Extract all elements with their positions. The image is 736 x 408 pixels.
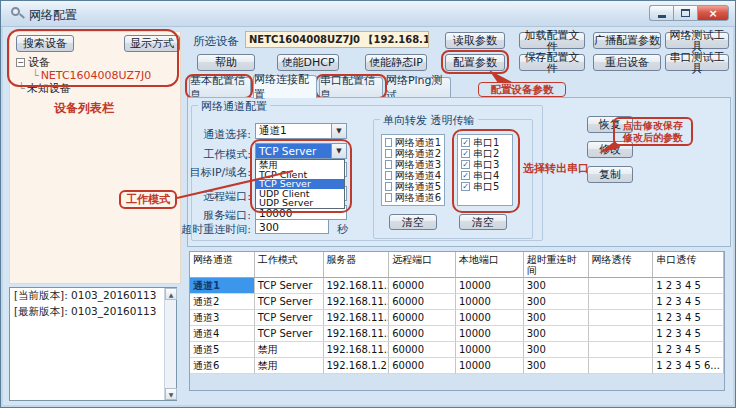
minimize-button[interactable] [649, 5, 673, 21]
table-cell[interactable] [589, 294, 654, 310]
checkbox-icon[interactable] [385, 182, 392, 191]
table-cell[interactable] [589, 358, 654, 374]
search-device-button[interactable]: 搜索设备 [16, 35, 74, 52]
table-cell[interactable]: TCP Server [255, 294, 324, 310]
table-cell[interactable]: 1 2 3 4 5 6... [653, 358, 724, 374]
table-cell[interactable]: 1 2 3 4 5 [653, 342, 724, 358]
tree-node-unknown[interactable]: └ 未知设备 [16, 82, 151, 94]
table-cell[interactable]: 1 2 3 4 5 [653, 310, 724, 326]
table-cell[interactable]: 300 [524, 326, 589, 342]
tab-1[interactable]: 网络连接配置 [253, 75, 317, 98]
table-cell[interactable]: 通道1 [190, 278, 255, 294]
clear-channels-button[interactable]: 清空 [389, 214, 437, 230]
table-cell[interactable]: 禁用 [255, 342, 324, 358]
restart-device-button[interactable]: 重启设备 [593, 54, 661, 71]
table-cell[interactable]: 60000 [389, 358, 456, 374]
table-cell[interactable]: 10000 [456, 358, 524, 374]
scroll-down-icon[interactable]: ▼ [165, 388, 177, 400]
table-cell[interactable]: 1 2 3 4 5 [653, 278, 724, 294]
channel-table[interactable]: 网络通道工作模式服务器远程端口本地端口超时重连时间网络透传串口透传 通道1TCP… [189, 251, 725, 391]
table-cell[interactable]: 10000 [456, 294, 524, 310]
table-row[interactable]: 通道6禁用192.168.1.260000100003001 2 3 4 5 6… [190, 358, 724, 374]
checkbox-icon[interactable] [385, 160, 392, 169]
table-cell[interactable]: 300 [524, 358, 589, 374]
checkbox-icon[interactable]: ✓ [461, 182, 470, 191]
tab-0[interactable]: 基本配置信息 [189, 77, 251, 98]
read-params-button[interactable]: 读取参数 [445, 32, 505, 49]
table-cell[interactable]: 60000 [389, 326, 456, 342]
tab-3[interactable]: 网络Ping测试 [385, 77, 451, 98]
table-cell[interactable] [589, 278, 654, 294]
table-cell[interactable]: 192.168.11.31 [324, 278, 390, 294]
table-header-cell[interactable]: 网络透传 [589, 252, 654, 278]
table-cell[interactable]: 1 2 3 4 5 [653, 294, 724, 310]
enable-static-ip-button[interactable]: 使能静态IP [365, 54, 427, 71]
enable-dhcp-button[interactable]: 使能DHCP [277, 54, 339, 71]
table-cell[interactable]: TCP Server [255, 326, 324, 342]
display-mode-button[interactable]: 显示方式 [124, 35, 180, 52]
table-cell[interactable]: 192.168.11.31 [324, 294, 390, 310]
table-cell[interactable] [589, 326, 654, 342]
network-test-tool-button[interactable]: 网络测试工具 [665, 32, 729, 49]
table-cell[interactable]: 1 2 3 4 5 [653, 326, 724, 342]
work-mode-combo[interactable]: TCP Server ▼ [255, 143, 347, 159]
clear-serials-button[interactable]: 清空 [459, 214, 507, 230]
table-row[interactable]: 通道3TCP Server192.168.11.3160000100003001… [190, 310, 724, 326]
table-cell[interactable]: 300 [524, 278, 589, 294]
table-header-cell[interactable]: 本地端口 [456, 252, 524, 278]
load-config-button[interactable]: 加载配置文件 [519, 32, 585, 49]
chevron-down-icon[interactable]: ▼ [331, 144, 346, 158]
table-cell[interactable]: 60000 [389, 278, 456, 294]
table-cell[interactable]: 60000 [389, 310, 456, 326]
table-cell[interactable] [589, 310, 654, 326]
table-header-cell[interactable]: 超时重连时间 [524, 252, 589, 278]
table-cell[interactable]: TCP Server [255, 278, 324, 294]
version-listbox[interactable]: [当前版本]: 0103_20160113[最新版本]: 0103_201601… [9, 287, 177, 401]
tree-node-root[interactable]: − 设备 [16, 56, 151, 68]
table-header-cell[interactable]: 网络通道 [190, 252, 255, 278]
chevron-down-icon[interactable]: ▼ [331, 124, 346, 138]
table-header-cell[interactable]: 串口透传 [653, 252, 724, 278]
broadcast-params-button[interactable]: 广播配置参数 [593, 32, 661, 49]
table-cell[interactable]: 通道3 [190, 310, 255, 326]
channel-select-combo[interactable]: 通道1 ▼ [255, 123, 347, 139]
table-cell[interactable]: 10000 [456, 326, 524, 342]
tree-node-device[interactable]: └ NETC1604008UZ7J0 [16, 69, 151, 81]
table-header-cell[interactable]: 服务器 [324, 252, 390, 278]
table-row[interactable]: 通道1TCP Server192.168.11.3160000100003001… [190, 278, 724, 294]
table-cell[interactable]: 300 [524, 294, 589, 310]
table-cell[interactable]: 禁用 [255, 358, 324, 374]
table-row[interactable]: 通道2TCP Server192.168.11.3160000100003001… [190, 294, 724, 310]
checkbox-icon[interactable] [385, 138, 392, 147]
copy-button[interactable]: 复制 [587, 166, 633, 183]
checkbox-icon[interactable] [385, 149, 392, 158]
checkbox-icon[interactable]: ✓ [461, 171, 470, 180]
table-cell[interactable]: 通道2 [190, 294, 255, 310]
table-row[interactable]: 通道4TCP Server192.168.11.3160000100003001… [190, 326, 724, 342]
table-cell[interactable]: 192.168.11.31 [324, 326, 390, 342]
table-cell[interactable]: 通道6 [190, 358, 255, 374]
title-bar[interactable]: 网络配置 × [1, 1, 735, 27]
table-cell[interactable]: 10000 [456, 278, 524, 294]
table-cell[interactable] [589, 342, 654, 358]
table-cell[interactable]: 60000 [389, 342, 456, 358]
version-scrollbar[interactable]: ▲ ▼ [164, 288, 176, 400]
table-cell[interactable]: 通道5 [190, 342, 255, 358]
table-cell[interactable]: TCP Server [255, 310, 324, 326]
work-mode-option[interactable]: UDP Server [256, 198, 344, 208]
table-cell[interactable]: 192.168.1.2 [324, 358, 390, 374]
table-cell[interactable]: 10000 [456, 342, 524, 358]
checkbox-icon[interactable] [385, 171, 392, 180]
close-button[interactable]: × [697, 5, 729, 21]
checkbox-icon[interactable] [385, 193, 392, 202]
checkbox-icon[interactable]: ✓ [461, 160, 470, 169]
tree-expander-icon[interactable]: − [16, 58, 25, 67]
scroll-up-icon[interactable]: ▲ [165, 288, 177, 300]
table-cell[interactable]: 10000 [456, 310, 524, 326]
timeout-field[interactable]: 300 [255, 219, 329, 234]
maximize-button[interactable] [673, 5, 697, 21]
table-cell[interactable]: 192.168.11.31 [324, 342, 390, 358]
table-cell[interactable]: 60000 [389, 294, 456, 310]
config-params-button[interactable]: 配置参数 [445, 54, 505, 71]
checkbox-icon[interactable]: ✓ [461, 149, 470, 158]
